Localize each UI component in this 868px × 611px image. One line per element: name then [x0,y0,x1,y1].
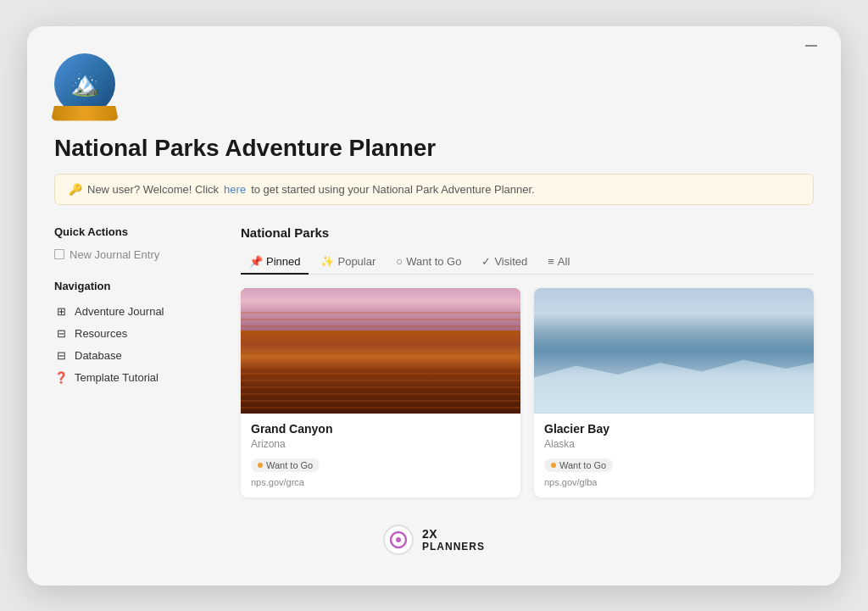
minimize-button[interactable] [805,45,817,47]
banner-text-after: to get started using your National Park … [251,183,535,196]
sidebar: Quick Actions New Journal Entry Navigati… [54,225,241,497]
navigation-title: Navigation [54,280,220,292]
grand-canyon-image [241,288,520,414]
want-to-go-tab-label: Want to Go [406,255,461,268]
main-window: 🏔️ National Parks Adventure Planner 🔑 Ne… [27,26,841,586]
database-icon: ⊟ [54,349,68,363]
all-tab-icon: ≡ [548,255,554,268]
adventure-journal-icon: ⊞ [54,305,68,319]
grand-canyon-tag: Want to Go [251,458,320,472]
glacier-bay-tag: Want to Go [544,458,613,472]
parks-cards-grid: Grand Canyon Arizona Want to Go nps.gov/… [241,288,814,497]
park-card-grand-canyon[interactable]: Grand Canyon Arizona Want to Go nps.gov/… [241,288,520,497]
resources-icon: ⊟ [54,327,68,341]
all-tab-label: All [558,255,570,268]
brand-text-area: 2X PLANNERS [422,527,485,553]
grand-canyon-link[interactable]: nps.gov/grca [251,477,510,487]
page-title: National Parks Adventure Planner [54,135,814,162]
logo-icon: 🏔️ [70,69,100,97]
edit-icon [54,249,64,259]
brand-line2: PLANNERS [422,541,485,553]
glacier-bay-tag-label: Want to Go [559,460,606,470]
visited-tab-label: Visited [494,255,527,268]
tab-visited[interactable]: ✓ Visited [473,250,536,275]
glacier-bay-link[interactable]: nps.gov/glba [544,477,804,487]
want-to-go-tab-icon: ○ [396,255,403,268]
pinned-tab-icon: 📌 [249,255,263,268]
brand-footer: 2X PLANNERS [54,508,814,575]
grand-canyon-name: Grand Canyon [251,422,510,436]
popular-tab-icon: ✨ [320,255,334,268]
sidebar-item-label: Database [75,349,122,362]
logo-area: 🏔️ [54,53,814,116]
glacier-bay-card-body: Glacier Bay Alaska Want to Go nps.gov/gl… [534,414,814,497]
grand-canyon-tag-label: Want to Go [266,460,313,470]
quick-actions-title: Quick Actions [54,225,220,238]
grand-canyon-card-body: Grand Canyon Arizona Want to Go nps.gov/… [241,414,520,497]
tag-dot-icon [258,463,263,468]
banner-text-before: New user? Welcome! Click [87,183,219,196]
sidebar-item-database[interactable]: ⊟ Database [54,345,220,367]
glacier-bay-state: Alaska [544,438,804,450]
sidebar-item-label: Adventure Journal [75,305,164,318]
pinned-tab-label: Pinned [266,255,300,268]
sidebar-item-label: Template Tutorial [75,371,159,384]
sidebar-item-template-tutorial[interactable]: ❓ Template Tutorial [54,367,220,389]
tab-want-to-go[interactable]: ○ Want to Go [387,250,470,275]
glacier-bay-name: Glacier Bay [544,422,804,436]
sidebar-item-adventure-journal[interactable]: ⊞ Adventure Journal [54,301,220,323]
brand-logo [383,525,414,555]
banner-link[interactable]: here [224,183,246,196]
new-journal-entry-button[interactable]: New Journal Entry [54,247,220,263]
glacier-bay-image [534,288,814,414]
sidebar-item-resources[interactable]: ⊟ Resources [54,323,220,345]
grand-canyon-state: Arizona [251,438,510,450]
parks-section-title: National Parks [241,225,814,240]
template-tutorial-icon: ❓ [54,371,68,385]
app-logo: 🏔️ [54,53,115,114]
sidebar-item-label: Resources [75,327,127,340]
brand-line1: 2X [422,527,485,541]
tag-dot-icon [551,463,556,468]
parks-tabs: 📌 Pinned ✨ Popular ○ Want to Go ✓ Visite… [241,250,814,275]
svg-point-1 [396,537,401,542]
banner-emoji: 🔑 [69,183,82,196]
new-entry-label: New Journal Entry [70,248,159,261]
main-content: National Parks 📌 Pinned ✨ Popular ○ Want… [241,225,814,497]
brand-logo-icon [389,530,408,549]
content-area: Quick Actions New Journal Entry Navigati… [54,225,814,497]
tab-pinned[interactable]: 📌 Pinned [241,250,309,275]
park-card-glacier-bay[interactable]: Glacier Bay Alaska Want to Go nps.gov/gl… [534,288,814,497]
popular-tab-label: Popular [337,255,376,268]
visited-tab-icon: ✓ [481,255,491,268]
tab-popular[interactable]: ✨ Popular [312,250,384,275]
tab-all[interactable]: ≡ All [539,250,578,275]
welcome-banner: 🔑 New user? Welcome! Click here to get s… [54,174,814,205]
